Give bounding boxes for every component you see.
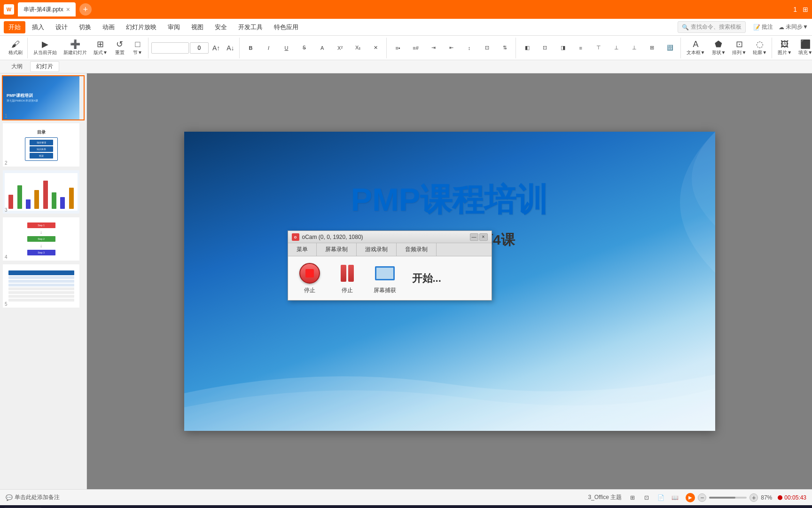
new-tab-button[interactable]: + [79, 3, 92, 16]
section-button[interactable]: □ 节▼ [129, 39, 146, 57]
align-middle-button[interactable]: ⊥ [608, 39, 625, 57]
menu-item-special[interactable]: 特色应用 [269, 21, 303, 33]
title-bar: W 串讲-第4课.pptx × + 1 ⊞ [0, 0, 812, 19]
menu-item-design[interactable]: 设计 [51, 21, 72, 33]
ocam-dialog[interactable]: o oCam (0, 0, 1920, 1080) — × 菜单 屏幕录制 游戏… [288, 230, 492, 301]
recording-indicator: 00:05:43 [778, 494, 806, 501]
view-grid-button[interactable]: ⊡ [641, 492, 652, 503]
zoom-slider[interactable] [709, 497, 747, 499]
menu-item-insert[interactable]: 插入 [27, 21, 49, 33]
font-size-decrease-button[interactable]: A↓ [224, 43, 237, 53]
menu-item-transition[interactable]: 切换 [74, 21, 96, 33]
layout-button[interactable]: ⊞ 版式▼ [91, 39, 110, 57]
close-tab-button[interactable]: × [66, 6, 70, 13]
line-spacing-button[interactable]: ↕ [461, 39, 478, 57]
comment-hint[interactable]: 单击此处添加备注 [15, 493, 60, 501]
tab-slides[interactable]: 幻灯片 [30, 61, 59, 72]
menu-item-start[interactable]: 开始 [4, 21, 25, 33]
arrange-button[interactable]: ⊡ 排列▼ [729, 39, 749, 57]
slide-num-display: 1 [793, 6, 797, 13]
list-numbered-button[interactable]: ≡# [407, 39, 424, 57]
view-notes-button[interactable]: 📄 [656, 492, 666, 503]
menu-item-view[interactable]: 视图 [187, 21, 208, 33]
slide-thumb-2[interactable]: 目录 项目整理 知识体系 框架 2 [2, 122, 85, 167]
fill-label: 填充▼ [798, 49, 812, 56]
font-size-increase-button[interactable]: A↑ [210, 43, 223, 53]
thumb4-number: 4 [5, 254, 8, 260]
menu-item-security[interactable]: 安全 [210, 21, 232, 33]
ocam-stop-record-button[interactable]: 停止 [296, 262, 324, 294]
strikethrough-button[interactable]: S̶ [296, 39, 313, 57]
play-presentation-button[interactable]: ▶ [686, 493, 695, 502]
italic-button[interactable]: I [260, 39, 277, 57]
zoom-level: 87% [761, 494, 772, 501]
image-icon: 🖼 [781, 40, 789, 48]
menu-item-animation[interactable]: 动画 [98, 21, 119, 33]
main-area: PMP课程培训 第七版PMBOK串讲第4课 1 目录 项目整理 知识体系 框架 [0, 73, 812, 489]
align-bottom-button[interactable]: ⊥ [626, 39, 643, 57]
menu-item-slideshow[interactable]: 幻灯片放映 [121, 21, 161, 33]
textbox-button[interactable]: A 文本框▼ [684, 39, 708, 57]
indent-increase-button[interactable]: ⇥ [425, 39, 442, 57]
image-button[interactable]: 🖼 图片▼ [775, 39, 795, 57]
list-bullet-button[interactable]: ≡• [390, 39, 406, 57]
ocam-close-button[interactable]: × [479, 233, 488, 241]
menu-search-bar[interactable]: 🔍 查找命令、搜索模板 [678, 21, 746, 33]
menu-item-review[interactable]: 审阅 [163, 21, 185, 33]
ocam-tab-game-rec[interactable]: 游戏录制 [357, 243, 397, 256]
toolbar-group-slides: ▶ 从当前开始 ➕ 新建幻灯片 ⊞ 版式▼ ↺ 重置 □ 节▼ [29, 38, 148, 58]
tab-item[interactable]: 串讲-第4课.pptx × [18, 2, 76, 16]
slide-canvas[interactable]: PMP课程培训 第七版PMBOK串讲 第4课 2021年3月16日 o oCam… [184, 132, 715, 431]
slideshow-from-current-button[interactable]: ▶ 从当前开始 [31, 39, 60, 57]
sync-btn[interactable]: ☁未同步▼ [779, 23, 808, 31]
menu-bar: 开始 插入 设计 切换 动画 幻灯片放映 审阅 视图 安全 开发工具 特色应用 … [0, 19, 812, 36]
new-slide-button[interactable]: ➕ 新建幻灯片 [61, 39, 90, 57]
font-name-input[interactable] [151, 42, 189, 54]
stop-record-label: 停止 [304, 286, 315, 294]
clear-format-button[interactable]: ✕ [367, 39, 384, 57]
tab-outline[interactable]: 大纲 [6, 62, 28, 71]
align-right-button[interactable]: ◨ [554, 39, 571, 57]
ocam-minimize-button[interactable]: — [470, 233, 478, 241]
format-painter-label: 格式刷 [8, 49, 23, 56]
font-size-input[interactable] [190, 42, 209, 54]
slide-thumb-1[interactable]: PMP课程培训 第七版PMBOK串讲第4课 1 [2, 75, 85, 120]
font-color-button[interactable]: A [314, 39, 331, 57]
menu-item-devtools[interactable]: 开发工具 [234, 21, 267, 33]
format-painter-button[interactable]: 🖌 格式刷 [6, 39, 25, 57]
ocam-tab-menu[interactable]: 菜单 [288, 243, 317, 256]
align-left-button[interactable]: ◧ [519, 39, 536, 57]
rotate-button[interactable]: ◌ 轮廓▼ [750, 39, 770, 57]
align-top-button[interactable]: ⊤ [590, 39, 607, 57]
text-direction-button[interactable]: ⇅ [497, 39, 514, 57]
shape-button[interactable]: ⬟ 形状▼ [709, 39, 729, 57]
smartart-list-button[interactable]: ⊞ [644, 39, 661, 57]
window-grid-icon[interactable]: ⊞ [803, 6, 808, 13]
fill-button[interactable]: ⬛ 填充▼ [796, 39, 812, 57]
ocam-screenshot-button[interactable]: 屏幕捕获 [371, 262, 399, 294]
indent-decrease-button[interactable]: ⇤ [443, 39, 460, 57]
superscript-button[interactable]: X² [332, 39, 349, 57]
align-justify-button[interactable]: ≡ [572, 39, 589, 57]
ocam-tab-screen-rec[interactable]: 屏幕录制 [317, 243, 357, 256]
zoom-out-button[interactable]: − [698, 493, 706, 502]
view-reading-button[interactable]: 📖 [670, 492, 680, 503]
status-bar: 💬 单击此处添加备注 3_Office 主题 ⊞ ⊡ 📄 📖 ▶ − + 87%… [0, 489, 812, 505]
align-center-button[interactable]: ⊡ [537, 39, 554, 57]
slide-thumb-4[interactable]: Step 1 ↓ Step 2 ↓ Step 3 4 [2, 216, 85, 262]
batch-comment-btn[interactable]: 📝批注 [753, 23, 773, 31]
ocam-tab-audio-rec[interactable]: 音频录制 [397, 243, 437, 256]
slide-thumb-5[interactable]: 5 [2, 263, 85, 309]
stop-record-icon [298, 262, 321, 285]
bold-button[interactable]: B [242, 39, 259, 57]
slide-thumb-3[interactable]: 3 [2, 169, 85, 214]
view-normal-button[interactable]: ⊞ [627, 492, 638, 503]
column-button[interactable]: ⊡ [479, 39, 496, 57]
zoom-in-button[interactable]: + [750, 493, 758, 502]
new-slide-icon: ➕ [70, 40, 80, 48]
subscript-button[interactable]: X₂ [350, 39, 367, 57]
reset-button[interactable]: ↺ 重置 [111, 39, 128, 57]
ocam-pause-button[interactable]: 停止 [333, 262, 361, 294]
number-list-button[interactable]: 🔢 [662, 39, 679, 57]
underline-button[interactable]: U [278, 39, 295, 57]
